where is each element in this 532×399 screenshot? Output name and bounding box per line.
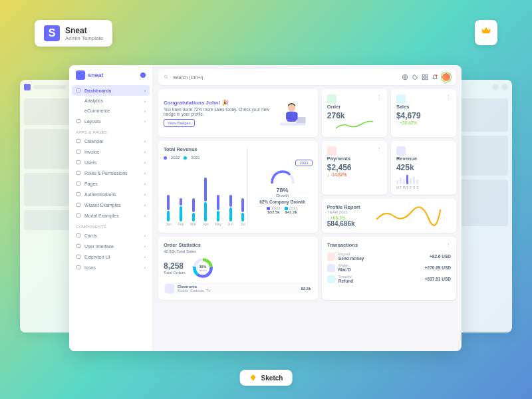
svg-rect-10: [76, 233, 80, 237]
sidebar-item-extended-ui[interactable]: Extended UI›: [69, 251, 152, 262]
brand-subtitle: Admin Template: [65, 35, 103, 41]
svg-rect-1: [76, 119, 80, 122]
growth-gauge: [267, 168, 298, 185]
sidebar-item-cards[interactable]: Cards›: [69, 230, 152, 241]
card-menu-icon[interactable]: ⋮: [446, 242, 451, 249]
sidebar-item-icons[interactable]: Icons›: [69, 262, 152, 273]
chevron-right-icon: ›: [144, 139, 146, 143]
nav-icon: [76, 160, 81, 165]
profile-title: Profile Report: [327, 204, 360, 210]
chevron-right-icon: ›: [144, 119, 146, 123]
total-revenue-card: Total Revenue 2022 2021 JanFebMarAprMayJ…: [158, 141, 318, 233]
nav-icon: [76, 265, 81, 270]
orderstats-value: 8,258: [164, 261, 186, 271]
view-badges-button[interactable]: View Badges: [164, 119, 195, 127]
chevron-right-icon: ›: [144, 88, 146, 92]
sales-title: Sales: [396, 104, 451, 110]
welcome-desc: You have done 72% more sales today. Chec…: [164, 107, 275, 116]
transactions-title: Transactions: [327, 242, 358, 248]
search-input[interactable]: [173, 75, 398, 80]
sidebar-item-modal-examples[interactable]: Modal Examples›: [69, 210, 152, 221]
sidebar-item-ecommerce[interactable]: eCommerce›: [69, 106, 152, 116]
nav-icon: [76, 243, 81, 249]
stat-2022-value: $32.5k: [267, 210, 279, 214]
sidebar-item-layouts[interactable]: Layouts›: [69, 116, 152, 126]
nav-icon: [76, 233, 81, 238]
logo-mark-icon: [76, 70, 85, 80]
svg-rect-0: [76, 88, 80, 92]
svg-rect-5: [76, 171, 80, 174]
main-dashboard-app: sneat Dashboards›Analytics›eCommerce›Lay…: [69, 65, 462, 351]
chevron-right-icon: ›: [144, 182, 146, 186]
growth-pct: 78%: [276, 187, 289, 194]
chevron-right-icon: ›: [144, 255, 146, 259]
sidebar-item-invoice[interactable]: Invoice›: [69, 146, 152, 157]
credit-card-icon: [396, 146, 406, 156]
nav-icon: [76, 88, 81, 93]
svg-rect-11: [76, 244, 80, 247]
company-growth: 62% Company Growth: [259, 200, 305, 204]
transaction-row: TransferRefund+637.91 USD: [327, 275, 451, 283]
order-item-value: 82.5k: [301, 287, 311, 291]
man-laptop-illustration: [275, 98, 313, 128]
svg-point-21: [436, 74, 438, 76]
sketch-badge: Sketch: [240, 370, 293, 386]
sidebar-item-roles-permissions[interactable]: Roles & Permissions›: [69, 168, 152, 178]
crown-icon: [480, 25, 492, 37]
profile-delta: ↑ +68.2%: [327, 215, 360, 220]
card-menu-icon[interactable]: ⋮: [446, 94, 451, 100]
language-icon[interactable]: [402, 74, 408, 80]
growth-label: Growth: [276, 194, 289, 198]
chevron-right-icon: ›: [144, 244, 146, 248]
brand-badge: S Sneat Admin Template: [35, 20, 112, 47]
notification-bell-icon[interactable]: [432, 74, 438, 80]
sidebar-item-analytics[interactable]: Analytics›: [69, 96, 152, 106]
sidebar-item-users[interactable]: Users›: [69, 157, 152, 168]
revenue-mini-card: Revenue 425k MTWTFSS: [391, 141, 456, 195]
apps-grid-icon[interactable]: [422, 74, 428, 80]
chevron-right-icon: ›: [144, 171, 146, 175]
order-item-electronic: ElectronicMobile, Earbuds, TV 82.5k: [164, 283, 313, 295]
txn-icon: [327, 275, 335, 283]
year-selector[interactable]: 2022: [295, 160, 312, 166]
sidebar-collapse-button[interactable]: [140, 72, 146, 78]
svg-point-14: [164, 75, 167, 78]
chevron-right-icon: ›: [144, 213, 146, 217]
nav-icon: [76, 213, 81, 218]
sidebar-item-calendar[interactable]: Calendar›: [69, 136, 152, 146]
card-menu-icon[interactable]: ⋮: [377, 146, 382, 152]
sketch-icon: [249, 374, 257, 382]
sidebar-logo[interactable]: sneat: [69, 65, 152, 85]
card-menu-icon[interactable]: ⋮: [377, 94, 382, 100]
brand-logo-icon: S: [44, 25, 60, 41]
order-title: Order: [327, 104, 382, 110]
premium-crown-badge: [475, 20, 497, 45]
revenue-mini-value: 425k: [396, 163, 451, 172]
sidebar-item-user-interface[interactable]: User Interface›: [69, 241, 152, 251]
sidebar-item-pages[interactable]: Pages›: [69, 178, 152, 189]
sidebar-item-dashboards[interactable]: Dashboards›: [72, 85, 150, 96]
profile-value: $84,686k: [327, 220, 360, 227]
sales-value: $4,679: [396, 111, 451, 120]
order-value: 276k: [327, 111, 382, 120]
donut-label: Weekly: [199, 269, 207, 272]
nav-icon: [76, 170, 81, 176]
payments-title: Payments: [327, 156, 382, 162]
theme-toggle-icon[interactable]: [412, 74, 418, 80]
payments-card: ⋮ Payments $2,456 ↓ -14.82%: [322, 141, 387, 195]
sidebar: sneat Dashboards›Analytics›eCommerce›Lay…: [69, 65, 153, 351]
svg-rect-9: [76, 213, 80, 217]
user-avatar[interactable]: [442, 72, 451, 82]
search-icon[interactable]: [164, 74, 169, 80]
payments-delta: ↓ -14.82%: [327, 172, 382, 177]
profile-report-card: Profile Report YEAR 2021 ↑ +68.2% $84,68…: [322, 199, 456, 233]
sidebar-item-wizard-examples[interactable]: Wizard Examples›: [69, 200, 152, 210]
topbar: [158, 69, 456, 85]
nav-icon: [76, 149, 81, 154]
orderstats-donut: 38% Weekly: [191, 256, 215, 280]
txn-icon: [327, 264, 335, 272]
sidebar-item-authentications[interactable]: Authentications›: [69, 189, 152, 200]
orderstats-value-label: Total Orders: [164, 271, 186, 275]
svg-rect-12: [76, 255, 80, 258]
svg-rect-3: [76, 150, 80, 153]
